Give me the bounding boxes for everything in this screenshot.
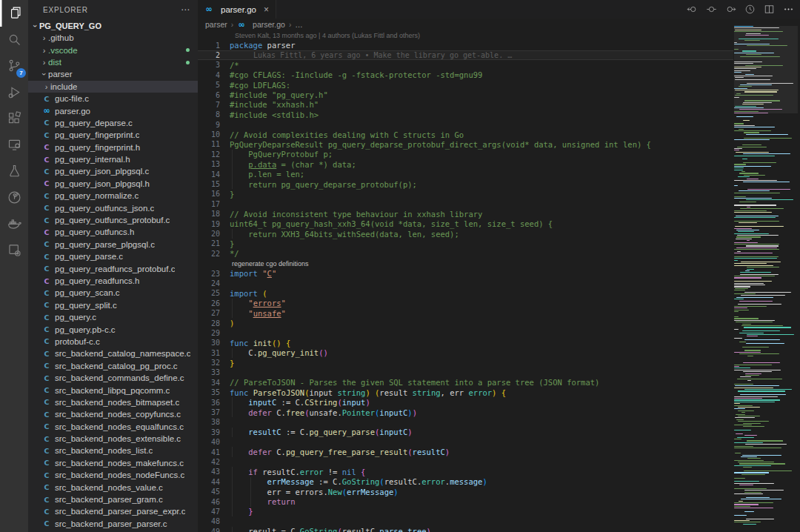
breadcrumb-parser[interactable]: parser — [205, 20, 227, 29]
code-line-24[interactable]: 24 — [198, 279, 733, 288]
code-line-38[interactable]: 38 — [198, 417, 733, 427]
code-line-49[interactable]: 49 result = C.GoString(resultC.parse_tre… — [198, 527, 733, 532]
tree-item-pg-query-outfuncs-h[interactable]: Cpg_query_outfuncs.h — [28, 226, 198, 238]
code-line-48[interactable]: 48 — [198, 516, 733, 526]
code-line-45[interactable]: 45 err = errors.New(errMessage) — [198, 487, 733, 496]
tree-item-pg-query-readfuncs-h[interactable]: Cpg_query_readfuncs.h — [28, 275, 198, 287]
remote-explorer-icon[interactable] — [0, 132, 28, 159]
code-line-44[interactable]: 44 errMessage := C.GoString(resultC.erro… — [198, 477, 733, 487]
code-line-9[interactable]: 9 — [198, 120, 733, 130]
tree-item-pg-query-normalize-c[interactable]: Cpg_query_normalize.c — [28, 190, 198, 202]
code-line-15[interactable]: 15 return pg_query_deparse_protobuf(p); — [198, 179, 733, 189]
tree-item-pg-query-json-plpgsql-h[interactable]: Cpg_query_json_plpgsql.h — [28, 178, 198, 190]
file-history-icon[interactable] — [744, 4, 756, 15]
explorer-icon[interactable] — [0, 0, 28, 27]
tree-item-src-backend-nodes-value-c[interactable]: Csrc_backend_nodes_value.c — [28, 481, 198, 493]
open-changes-icon[interactable] — [706, 4, 717, 15]
search-icon[interactable] — [0, 27, 28, 53]
tree-item-src-backend-libpq-pqcomm-c[interactable]: Csrc_backend_libpq_pqcomm.c — [28, 384, 198, 396]
tree-item-pg-query-parse-plpgsql-c[interactable]: Cpg_query_parse_plpgsql.c — [28, 239, 198, 250]
tree-item-src-backend-nodes-extensible-c[interactable]: Csrc_backend_nodes_extensible.c — [28, 433, 198, 445]
tree-item-src-backend-nodes-equalfuncs-c[interactable]: Csrc_backend_nodes_equalfuncs.c — [28, 421, 198, 433]
tree-item-src-backend-parser-gram-c[interactable]: Csrc_backend_parser_gram.c — [28, 493, 198, 505]
breadcrumb-symbol[interactable]: … — [295, 20, 303, 29]
code-line-47[interactable]: 47 } — [198, 507, 733, 516]
code-line-25[interactable]: 25import ( — [198, 288, 733, 298]
tree-item-dist[interactable]: ›dist — [28, 56, 198, 68]
tree-item-src-backend-parser-parse-expr-c[interactable]: Csrc_backend_parser_parse_expr.c — [28, 505, 198, 517]
tree-item-pg-query-c[interactable]: Cpg_query.c — [28, 311, 198, 323]
breadcrumb-parser-go[interactable]: ∞ parser.go — [237, 20, 285, 30]
code-line-10[interactable]: 10// Avoid complexities dealing with C s… — [198, 130, 733, 139]
tree-item--github[interactable]: ›.github — [28, 32, 198, 44]
dev-containers-icon[interactable] — [0, 237, 28, 264]
tab-parser-go[interactable]: ∞ parser.go × — [198, 0, 276, 19]
source-control-icon[interactable]: 7 — [0, 53, 28, 79]
code-line-30[interactable]: 30func init() { — [198, 338, 733, 348]
code-line-7[interactable]: 7#include "xxhash.h" — [198, 100, 733, 110]
code-line-21[interactable]: 21} — [198, 239, 733, 248]
tree-item-src-backend-nodes-copyfuncs-c[interactable]: Csrc_backend_nodes_copyfuncs.c — [28, 408, 198, 420]
blamehead-row[interactable]: Steven Kalt, 13 months ago | 4 authors (… — [198, 30, 733, 40]
tree-item-src-backend-nodes-makefuncs-c[interactable]: Csrc_backend_nodes_makefuncs.c — [28, 457, 198, 469]
tree-item-src-backend-parser-parser-c[interactable]: Csrc_backend_parser_parser.c — [28, 518, 198, 530]
tree-item-pg-query-internal-h[interactable]: Cpg_query_internal.h — [28, 153, 198, 165]
docker-icon[interactable] — [0, 210, 28, 237]
code-line-12[interactable]: 12 PgQueryProtobuf p; — [198, 150, 733, 159]
code-line-14[interactable]: 14 p.len = len; — [198, 169, 733, 179]
tree-item-src-backend-nodes-nodefuncs-c[interactable]: Csrc_backend_nodes_nodeFuncs.c — [28, 469, 198, 481]
tree-item-pg-query-parse-c[interactable]: Cpg_query_parse.c — [28, 250, 198, 262]
code-line-39[interactable]: 39 resultC := C.pg_query_parse(inputC) — [198, 428, 733, 437]
tree-item-src-backend-nodes-list-c[interactable]: Csrc_backend_nodes_list.c — [28, 445, 198, 456]
tree-item-src-backend-catalog-namespace-c[interactable]: Csrc_backend_catalog_namespace.c — [28, 348, 198, 359]
tree-item-src-backend-nodes-bitmapset-c[interactable]: Csrc_backend_nodes_bitmapset.c — [28, 396, 198, 408]
explorer-more-actions-icon[interactable]: ⋯ — [181, 4, 190, 15]
tree-item-pg-query-split-c[interactable]: Cpg_query_split.c — [28, 299, 198, 311]
code-editor[interactable]: Steven Kalt, 13 months ago | 4 authors (… — [198, 30, 733, 532]
code-line-28[interactable]: 28) — [198, 318, 733, 327]
tree-item-pg-query-deparse-c[interactable]: Cpg_query_deparse.c — [28, 117, 198, 129]
code-line-17[interactable]: 17 — [198, 199, 733, 209]
code-line-3[interactable]: 3/* — [198, 60, 733, 70]
tree-item-pg-query-readfuncs-protobuf-c[interactable]: Cpg_query_readfuncs_protobuf.c — [28, 262, 198, 274]
code-line-36[interactable]: 36 inputC := C.CString(input) — [198, 397, 733, 407]
code-line-35[interactable]: 35func ParseToJSON(input string) (result… — [198, 388, 733, 397]
tree-item-protobuf-c-c[interactable]: Cprotobuf-c.c — [28, 336, 198, 348]
tree-item-pg-query-fingerprint-h[interactable]: Cpg_query_fingerprint.h — [28, 142, 198, 153]
split-editor-icon[interactable] — [764, 4, 775, 15]
gitlens-icon[interactable] — [0, 184, 28, 211]
tree-item-src-backend-catalog-pg-proc-c[interactable]: Csrc_backend_catalog_pg_proc.c — [28, 360, 198, 372]
code-line-40[interactable]: 40 — [198, 437, 733, 447]
close-icon[interactable]: × — [264, 6, 269, 13]
code-line-23[interactable]: 23import "C" — [198, 268, 733, 278]
tree-item-pg-query-scan-c[interactable]: Cpg_query_scan.c — [28, 287, 198, 299]
tree-item-pg-query-json-plpgsql-c[interactable]: Cpg_query_json_plpgsql.c — [28, 165, 198, 177]
code-line-20[interactable]: 20 return XXH3_64bits_withSeed(data, len… — [198, 229, 733, 239]
code-line-8[interactable]: 8#include <stdlib.h> — [198, 110, 733, 119]
minimap[interactable] — [734, 26, 798, 532]
tree-item-parser[interactable]: ›parser — [28, 68, 198, 80]
code-line-5[interactable]: 5#cgo LDFLAGS: — [198, 80, 733, 90]
code-line-31[interactable]: 31 C.pg_query_init() — [198, 348, 733, 358]
code-line-27[interactable]: 27 "unsafe" — [198, 308, 733, 318]
code-line-29[interactable]: 29 — [198, 328, 733, 338]
codelens-link[interactable]: regenerate cgo definitions — [232, 260, 309, 267]
code-line-37[interactable]: 37 defer C.free(unsafe.Pointer(inputC)) — [198, 408, 733, 417]
more-actions-icon[interactable] — [783, 4, 794, 15]
code-line-22[interactable]: 22*/ — [198, 249, 733, 259]
code-line-42[interactable]: 42 — [198, 457, 733, 467]
open-changes-next-icon[interactable] — [725, 4, 736, 15]
code-line-19[interactable]: 19uint64_t pg_query_hash_xxh3_64(void *d… — [198, 219, 733, 228]
code-line-33[interactable]: 33 — [198, 368, 733, 377]
code-line-43[interactable]: 43 if resultC.error != nil { — [198, 467, 733, 476]
tree-item-include[interactable]: ›include — [28, 81, 198, 93]
code-line-16[interactable]: 16} — [198, 189, 733, 199]
tree-item-parser-go[interactable]: ∞parser.go — [28, 104, 198, 116]
run-and-debug-icon[interactable] — [0, 79, 28, 106]
minimap-slider[interactable] — [734, 26, 798, 113]
code-line-1[interactable]: 1package parser — [198, 40, 733, 50]
tree-root-pg-query-go[interactable]: › PG_QUERY_GO — [28, 19, 198, 32]
code-line-32[interactable]: 32} — [198, 358, 733, 368]
code-line-6[interactable]: 6#include "pg_query.h" — [198, 90, 733, 99]
code-line-11[interactable]: 11PgQueryDeparseResult pg_query_deparse_… — [198, 139, 733, 149]
